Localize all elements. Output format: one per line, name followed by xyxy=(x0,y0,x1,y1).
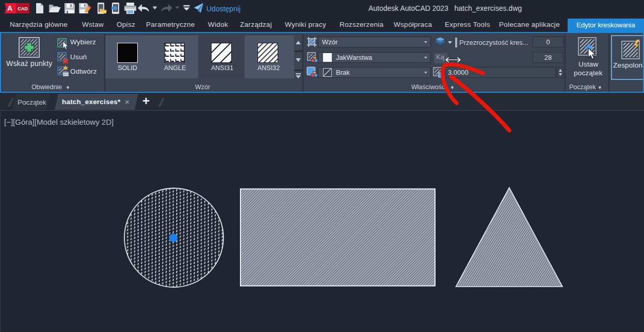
svg-text:CAD: CAD xyxy=(18,6,28,11)
svg-text:A: A xyxy=(7,4,12,12)
